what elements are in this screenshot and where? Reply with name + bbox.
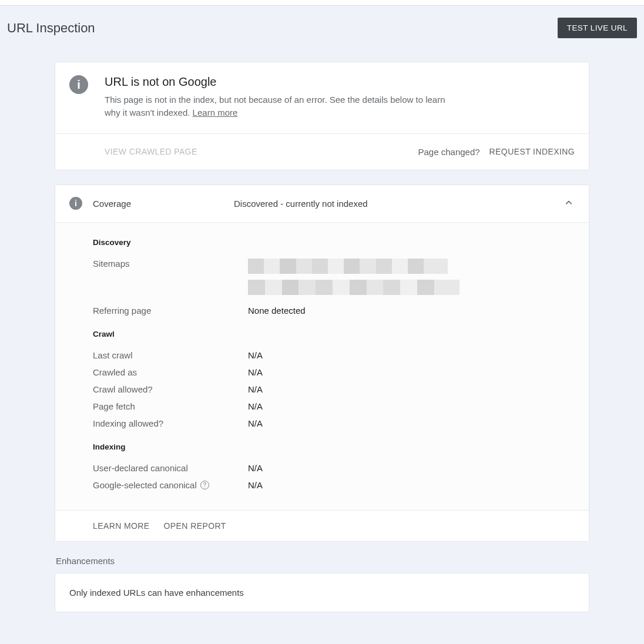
indexing-row: Google-selected canonical?N/A [93,480,575,490]
test-live-url-button[interactable]: TEST LIVE URL [558,18,637,38]
indexing-row-value: N/A [248,480,263,490]
open-report-button[interactable]: OPEN REPORT [164,521,226,531]
referring-page-label: Referring page [93,306,248,316]
coverage-label: Coverage [93,199,234,209]
crawl-row: Last crawlN/A [93,350,575,360]
crawl-row-value: N/A [248,350,263,360]
enhancements-card: Only indexed URLs can have enhancements [55,573,589,612]
status-description: This page is not in the index, but not b… [105,93,445,119]
crawl-row: Page fetchN/A [93,401,575,411]
coverage-footer: LEARN MORE OPEN REPORT [55,510,589,541]
discovery-heading: Discovery [93,238,575,247]
sitemaps-label: Sitemaps [93,259,248,269]
crawl-row-value: N/A [248,401,263,411]
indexing-heading: Indexing [93,442,575,451]
referring-page-value: None detected [248,306,306,316]
learn-more-button[interactable]: LEARN MORE [93,521,150,531]
page-header: URL Inspection TEST LIVE URL [0,6,644,44]
sitemaps-row: Sitemaps [93,259,575,295]
crawl-heading: Crawl [93,330,575,338]
info-icon: i [69,197,82,210]
coverage-header[interactable]: i Coverage Discovered - currently not in… [55,185,589,222]
page-title: URL Inspection [7,21,95,36]
redacted-sitemap-2 [248,280,459,295]
chevron-up-icon [563,197,575,210]
status-card: i URL is not on Google This page is not … [55,62,589,170]
indexing-row-label: Google-selected canonical? [93,480,248,490]
crawl-row-label: Crawl allowed? [93,384,248,394]
crawl-row-label: Page fetch [93,401,248,411]
crawl-row-label: Crawled as [93,367,248,377]
status-card-actions: VIEW CRAWLED PAGE Page changed? REQUEST … [55,133,589,170]
top-white-bar [0,0,644,6]
indexing-row: User-declared canonicalN/A [93,463,575,473]
crawl-row-label: Indexing allowed? [93,418,248,428]
redacted-sitemap-1 [248,259,448,274]
crawl-row: Crawled asN/A [93,367,575,377]
help-icon[interactable]: ? [200,481,209,489]
crawl-row: Crawl allowed?N/A [93,384,575,394]
referring-page-row: Referring page None detected [93,306,575,316]
coverage-value: Discovered - currently not indexed [234,199,368,209]
sitemaps-value [248,259,459,295]
enhancements-label: Enhancements [56,556,589,566]
learn-more-link[interactable]: Learn more [193,108,238,118]
crawl-row: Indexing allowed?N/A [93,418,575,428]
indexing-row-label: User-declared canonical [93,463,248,473]
crawl-row-value: N/A [248,384,263,394]
info-icon: i [69,75,88,94]
status-title: URL is not on Google [105,75,445,89]
request-indexing-button[interactable]: REQUEST INDEXING [489,147,575,156]
coverage-card: i Coverage Discovered - currently not in… [55,185,589,542]
view-crawled-page-button: VIEW CRAWLED PAGE [105,147,197,156]
page-changed-label: Page changed? [418,147,480,157]
crawl-row-value: N/A [248,418,263,428]
crawl-row-label: Last crawl [93,350,248,360]
coverage-body: Discovery Sitemaps Referring page None d… [55,222,589,510]
enhancements-message: Only indexed URLs can have enhancements [69,588,244,598]
indexing-row-value: N/A [248,463,263,473]
crawl-row-value: N/A [248,367,263,377]
